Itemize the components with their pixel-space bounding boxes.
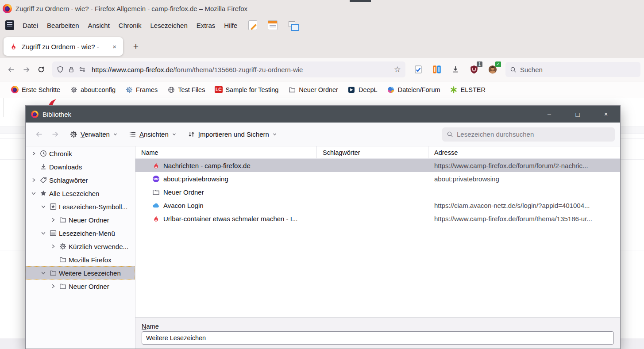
tree-item-chronik[interactable]: Chronik	[26, 147, 135, 160]
maximize-button[interactable]: □	[563, 106, 592, 123]
browser-search-box[interactable]	[505, 62, 640, 77]
library-titlebar[interactable]: Bibliothek – □ ×	[26, 106, 620, 123]
bookmark-label: Erste Schritte	[22, 86, 60, 93]
bookmark-frames[interactable]: Frames	[122, 84, 161, 95]
download-icon	[39, 163, 47, 171]
table-row[interactable]: Neuer Ordner	[135, 185, 620, 199]
library-search-box[interactable]	[442, 127, 615, 142]
menu-hilfe[interactable]: Hilfe	[220, 20, 241, 31]
chevron-down-icon	[172, 132, 176, 136]
chevron-down-icon[interactable]	[30, 190, 37, 197]
tree-item-neuer-ordner-1[interactable]: Neuer Ordner	[26, 213, 135, 226]
tree-item-lesezeichen-menue[interactable]: Lesezeichen-Menü	[26, 226, 135, 240]
tree-item-kuerzlich-verwendet[interactable]: Kürzlich verwende...	[26, 240, 135, 253]
ublock-icon[interactable]: 1	[468, 64, 480, 75]
chevron-right-icon[interactable]	[50, 243, 57, 250]
copy-window-icon[interactable]	[288, 20, 298, 30]
chevron-down-icon[interactable]	[40, 269, 47, 276]
notepad-pencil-icon[interactable]	[248, 20, 257, 30]
menu-extras[interactable]: Extras	[193, 20, 220, 31]
gear-icon	[70, 86, 77, 93]
chevron-down-icon[interactable]	[40, 203, 47, 210]
table-row[interactable]: Avacon Login https://ciam.avacon-netz.de…	[135, 199, 620, 212]
column-header-adresse[interactable]: Adresse	[428, 146, 620, 158]
archive-icon[interactable]	[5, 20, 14, 30]
active-tab[interactable]: Zugriff zu Ordnern - wie? - ×	[4, 37, 123, 56]
bookmark-dateien-forum[interactable]: Dateien/Forum	[384, 84, 443, 95]
url-text[interactable]: https://www.camp-firefox.de/forum/thema/…	[92, 66, 392, 73]
tree-item-alle-lesezeichen[interactable]: Alle Lesezeichen	[26, 187, 135, 200]
bookmark-neuer-ordner[interactable]: Neuer Ordner	[285, 84, 341, 95]
importieren-und-sichern-button[interactable]: Importieren und Sichern	[183, 128, 281, 141]
cloud-icon	[152, 202, 160, 209]
bookmark-elster[interactable]: ELSTER	[447, 84, 489, 95]
tree-item-mozilla-firefox[interactable]: Mozilla Firefox	[26, 253, 135, 266]
downloads-icon[interactable]	[450, 64, 461, 75]
column-header-name[interactable]: Name	[135, 146, 317, 158]
tag-icon	[39, 176, 47, 184]
menu-lesezeichen[interactable]: Lesezeichen	[147, 20, 192, 31]
minimize-button[interactable]: –	[535, 106, 563, 123]
close-button[interactable]: ×	[592, 106, 620, 123]
verwalten-button[interactable]: Verwalten	[66, 128, 122, 141]
table-row[interactable]: about:privatebrowsing about:privatebrows…	[135, 172, 620, 185]
tree-item-neuer-ordner-2[interactable]: Neuer Ordner	[26, 280, 135, 293]
browser-search-input[interactable]	[520, 66, 636, 73]
menu-chronik[interactable]: Chronik	[115, 20, 146, 31]
ansichten-button[interactable]: Ansichten	[124, 128, 181, 141]
menu-label-key: D	[23, 22, 27, 29]
new-tab-button[interactable]: +	[129, 40, 143, 53]
bookmark-label: Neuer Ordner	[299, 86, 338, 93]
firefox-logo-icon	[3, 4, 12, 13]
bookmark-deepl[interactable]: DeepL	[345, 84, 381, 95]
library-back-button[interactable]	[31, 127, 47, 142]
globe-icon	[167, 86, 175, 93]
menu-ansicht[interactable]: Ansicht	[84, 20, 114, 31]
back-button[interactable]	[4, 62, 19, 77]
reload-button[interactable]	[34, 62, 49, 77]
chevron-right-icon[interactable]	[30, 150, 37, 157]
chevron-right-icon[interactable]	[50, 283, 57, 290]
shield-icon[interactable]	[57, 66, 64, 73]
w3c-validator-icon[interactable]	[413, 64, 424, 75]
library-forward-button[interactable]	[47, 127, 63, 142]
forward-button[interactable]	[19, 62, 34, 77]
permissions-icon[interactable]	[79, 66, 86, 73]
table-row[interactable]: Urlbar-container etwas schmaler machen -…	[135, 212, 620, 225]
button-label: Ansichten	[139, 130, 169, 138]
table-row[interactable]: Nachrichten - camp-firefox.de https://ww…	[135, 159, 620, 172]
chevron-down-icon[interactable]	[40, 230, 47, 237]
window-controls: – □ ×	[535, 106, 620, 123]
bookmark-star-icon[interactable]: ☆	[394, 65, 401, 74]
url-path: /forum/thema/135660-zugriff-zu-ordnern-w…	[173, 66, 303, 73]
button-label: Importieren und Sichern	[198, 130, 269, 138]
tree-item-lesezeichen-symbolleiste[interactable]: Lesezeichen-Symboll...	[26, 200, 135, 213]
name-field-input[interactable]	[142, 331, 614, 345]
tree-item-weitere-lesezeichen[interactable]: Weitere Lesezeichen	[26, 266, 135, 280]
bookmark-test-files[interactable]: Test Files	[164, 84, 208, 95]
chevron-right-icon[interactable]	[50, 216, 57, 223]
chevron-right-icon[interactable]	[30, 176, 37, 184]
lock-icon[interactable]	[68, 66, 75, 73]
tree-item-downloads[interactable]: Downloads	[26, 160, 135, 173]
chevron-spacer	[50, 256, 57, 263]
bookmark-sample-for-testing[interactable]: LCSample for Testing	[212, 84, 282, 95]
bookmark-erste-schritte[interactable]: Erste Schritte	[8, 84, 63, 95]
library-search-input[interactable]	[457, 130, 610, 138]
tab-close-icon[interactable]: ×	[110, 42, 119, 51]
account-avatar-icon[interactable]: ✓	[487, 64, 498, 75]
url-fade	[372, 63, 390, 76]
table-empty-space	[135, 225, 620, 317]
bookmark-about-config[interactable]: about:config	[67, 84, 119, 95]
menu-bearbeiten[interactable]: Bearbeiten	[43, 20, 83, 31]
extension-icons: 1 ✓	[413, 64, 498, 75]
column-header-schlagwoerter[interactable]: Schlagwörter	[317, 146, 428, 158]
bookmark-label: Dateien/Forum	[398, 86, 440, 93]
tree-item-schlagwoerter[interactable]: Schlagwörter	[26, 173, 135, 187]
menu-datei[interactable]: Datei	[19, 20, 42, 31]
bookmark-name: Nachrichten - camp-firefox.de	[163, 162, 251, 169]
calendar-form-icon[interactable]	[268, 20, 278, 30]
tree-item-label: Downloads	[49, 163, 82, 171]
orange-blue-extension-icon[interactable]	[431, 64, 443, 75]
url-bar[interactable]: https://www.camp-firefox.de/forum/thema/…	[52, 61, 405, 77]
